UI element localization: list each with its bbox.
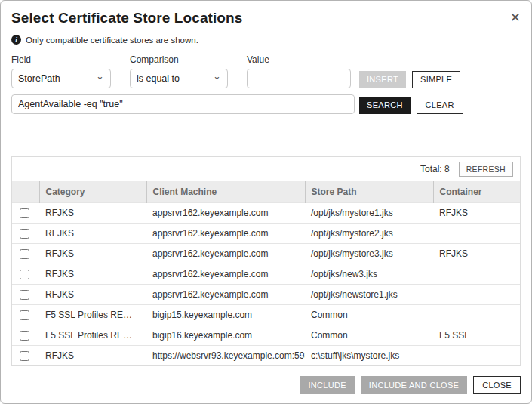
cell-store-path: /opt/jks/mystore3.jks — [305, 244, 433, 264]
table-row: F5 SSL Profiles RE…bigip16.keyexample.co… — [12, 325, 520, 346]
row-checkbox[interactable] — [20, 310, 29, 320]
column-header-container: Container — [433, 181, 520, 203]
table-row: RFJKSappsrvr162.keyexample.com/opt/jks/n… — [12, 285, 520, 305]
cell-client-machine: https://websrvr93.keyexample.com:5986 — [146, 346, 305, 366]
checkbox-cell — [12, 224, 39, 244]
row-checkbox[interactable] — [20, 270, 29, 279]
cell-category: RFJKS — [39, 203, 146, 224]
cell-client-machine: appsrvr162.keyexample.com — [146, 285, 305, 305]
query-builder-fields: Field StorePath ⌄ Comparison is equal to… — [11, 54, 355, 121]
column-header-store-path: Store Path — [305, 181, 433, 203]
checkbox-cell — [12, 305, 39, 325]
dialog-header: Select Certificate Store Locations ✕ — [11, 10, 521, 26]
comparison-group: Comparison is equal to ⌄ — [130, 54, 228, 88]
select-certificate-store-dialog: Select Certificate Store Locations ✕ i O… — [0, 0, 532, 404]
checkbox-cell — [12, 325, 39, 346]
refresh-button[interactable]: REFRESH — [459, 162, 513, 177]
table-row: RFJKSappsrvr162.keyexample.com/opt/jks/m… — [12, 203, 520, 224]
cell-category: F5 SSL Profiles RE… — [39, 305, 146, 325]
page-title: Select Certificate Store Locations — [11, 10, 242, 26]
column-header-client-machine: Client Machine — [146, 181, 305, 203]
cell-store-path: /opt/jks/new3.jks — [305, 264, 433, 285]
cell-category: RFJKS — [39, 224, 146, 244]
row-checkbox[interactable] — [20, 208, 29, 218]
checkbox-cell — [12, 285, 39, 305]
row-checkbox[interactable] — [20, 331, 29, 341]
cell-category: F5 SSL Profiles RE… — [39, 325, 146, 346]
field-select[interactable]: StorePath ⌄ — [11, 69, 111, 88]
cell-category: RFJKS — [39, 244, 146, 264]
value-group: Value — [247, 54, 351, 88]
cell-store-path: /opt/jks/newstore1.jks — [305, 285, 433, 305]
total-value: 8 — [444, 164, 450, 174]
cell-client-machine: appsrvr162.keyexample.com — [146, 203, 305, 224]
cell-store-path: c:\stuff\jks\mystore.jks — [305, 346, 433, 366]
cell-client-machine: bigip16.keyexample.com — [146, 325, 305, 346]
cell-container: RFJKS — [433, 203, 520, 224]
field-label: Field — [11, 54, 111, 65]
cell-client-machine: appsrvr162.keyexample.com — [146, 244, 305, 264]
row-checkbox[interactable] — [20, 351, 29, 361]
row-checkbox[interactable] — [20, 249, 29, 259]
cell-store-path: Common — [305, 305, 433, 325]
table-body: RFJKSappsrvr162.keyexample.com/opt/jks/m… — [12, 203, 520, 366]
total-label: Total: — [420, 164, 442, 174]
comparison-label: Comparison — [130, 54, 228, 65]
cell-container: F5 SSL — [433, 325, 520, 346]
cell-container — [433, 224, 520, 244]
insert-button[interactable]: INSERT — [359, 71, 406, 88]
cell-container — [433, 285, 520, 305]
column-header-category: Category — [39, 181, 146, 203]
close-button[interactable]: CLOSE — [473, 376, 521, 394]
dialog-footer: INCLUDE INCLUDE AND CLOSE CLOSE — [11, 369, 521, 394]
close-icon[interactable]: ✕ — [510, 11, 521, 24]
simple-button[interactable]: SIMPLE — [412, 71, 460, 88]
results-panel: Total: 8 REFRESH Category Client Machine… — [11, 156, 521, 366]
table-row: RFJKShttps://websrvr93.keyexample.com:59… — [12, 346, 520, 366]
table-row: F5 SSL Profiles RE…bigip15.keyexample.co… — [12, 305, 520, 325]
table-row: RFJKSappsrvr162.keyexample.com/opt/jks/m… — [12, 224, 520, 244]
row-checkbox[interactable] — [20, 290, 29, 300]
table-row: RFJKSappsrvr162.keyexample.com/opt/jks/n… — [12, 264, 520, 285]
cell-category: RFJKS — [39, 346, 146, 366]
include-and-close-button[interactable]: INCLUDE AND CLOSE — [361, 376, 467, 394]
cell-container — [433, 346, 520, 366]
include-button[interactable]: INCLUDE — [300, 376, 354, 394]
cell-store-path: /opt/jks/mystore2.jks — [305, 224, 433, 244]
checkbox-cell — [12, 264, 39, 285]
clear-button[interactable]: CLEAR — [417, 97, 463, 114]
row-checkbox[interactable] — [20, 229, 29, 239]
info-icon: i — [11, 35, 21, 45]
checkbox-cell — [12, 203, 39, 224]
cell-client-machine: appsrvr162.keyexample.com — [146, 264, 305, 285]
cell-store-path: /opt/jks/mystore1.jks — [305, 203, 433, 224]
checkbox-column-header — [12, 181, 39, 203]
chevron-down-icon: ⌄ — [96, 74, 104, 78]
cell-container: RFJKS — [433, 244, 520, 264]
cell-client-machine: appsrvr162.keyexample.com — [146, 224, 305, 244]
comparison-select[interactable]: is equal to ⌄ — [130, 69, 228, 88]
checkbox-cell — [12, 244, 39, 264]
table-toolbar: Total: 8 REFRESH — [12, 157, 520, 181]
value-label: Value — [247, 54, 351, 65]
query-input[interactable] — [11, 94, 355, 114]
value-input[interactable] — [247, 69, 351, 88]
field-group: Field StorePath ⌄ — [11, 54, 111, 88]
query-builder-buttons: INSERT SIMPLE SEARCH CLEAR — [359, 54, 463, 121]
chevron-down-icon: ⌄ — [213, 74, 221, 78]
cell-category: RFJKS — [39, 264, 146, 285]
field-select-value: StorePath — [18, 73, 60, 84]
info-text: Only compatible certificate stores are s… — [26, 35, 198, 45]
info-banner: i Only compatible certificate stores are… — [11, 35, 521, 45]
cell-category: RFJKS — [39, 285, 146, 305]
search-button[interactable]: SEARCH — [359, 97, 411, 114]
checkbox-cell — [12, 346, 39, 366]
total-count: Total: 8 — [420, 164, 450, 174]
cell-client-machine: bigip15.keyexample.com — [146, 305, 305, 325]
table-row: RFJKSappsrvr162.keyexample.com/opt/jks/m… — [12, 244, 520, 264]
cell-container — [433, 305, 520, 325]
comparison-select-value: is equal to — [137, 73, 180, 84]
cell-store-path: Common — [305, 325, 433, 346]
query-builder: Field StorePath ⌄ Comparison is equal to… — [11, 54, 521, 121]
cell-container — [433, 264, 520, 285]
